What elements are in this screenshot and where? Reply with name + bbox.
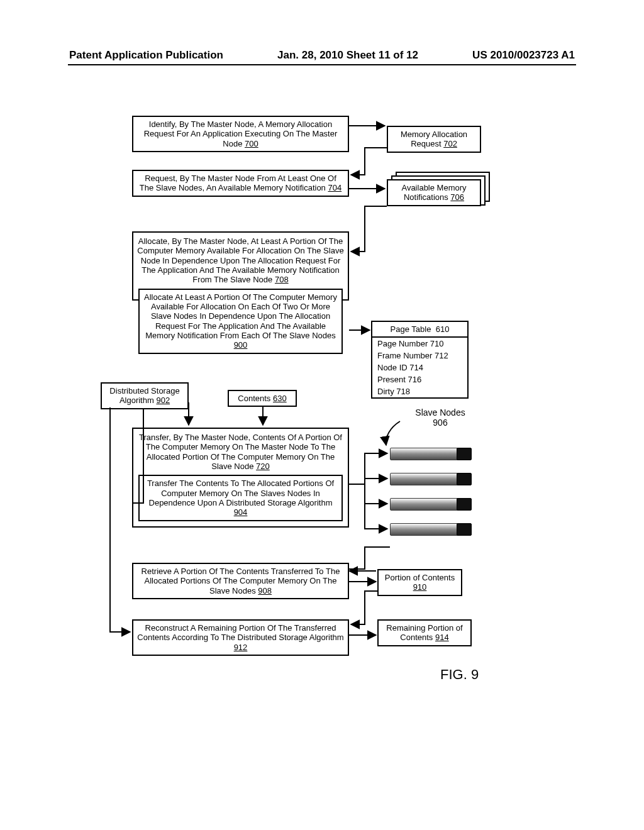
header-middle: Jan. 28, 2010 Sheet 11 of 12 [277,49,418,62]
step-904: Transfer The Contents To The Allocated P… [138,475,343,521]
memory-allocation-request-box: Memory Allocation Request 702 [387,126,481,153]
slave-node-icon [390,523,472,534]
step-700: Identify, By The Master Node, A Memory A… [132,116,349,152]
step-900: Allocate At Least A Portion Of The Compu… [138,289,343,354]
contents-box: Contents 630 [228,390,297,407]
page-header: Patent Application Publication Jan. 28, … [69,49,575,62]
header-rule [68,64,576,65]
header-left: Patent Application Publication [69,49,223,62]
slave-nodes-label: Slave Nodes906 [402,407,478,428]
slave-node-icon [390,448,472,459]
slave-node-icon [390,473,472,484]
distributed-storage-algorithm-box: Distributed Storage Algorithm 902 [101,382,189,409]
figure-label: FIG. 9 [440,667,479,683]
step-720: Transfer, By The Master Node, Contents O… [132,428,349,528]
step-708: Allocate, By The Master Node, At Least A… [132,231,349,301]
step-908: Retrieve A Portion Of The Contents Trans… [132,563,349,599]
slave-node-icon [390,498,472,509]
page-table-box: Page Table 610 Page Number 710 Frame Num… [371,321,469,399]
header-right: US 2010/0023723 A1 [472,49,575,62]
remaining-portion-box: Remaining Portion of Contents 914 [377,619,472,646]
step-912: Reconstruct A Remaining Portion Of The T… [132,619,349,656]
portion-of-contents-box: Portion of Contents 910 [377,569,462,596]
step-704: Request, By The Master Node From At Leas… [132,170,349,197]
available-memory-notifications-stack: Available Memory Notifications 706 [387,179,487,211]
